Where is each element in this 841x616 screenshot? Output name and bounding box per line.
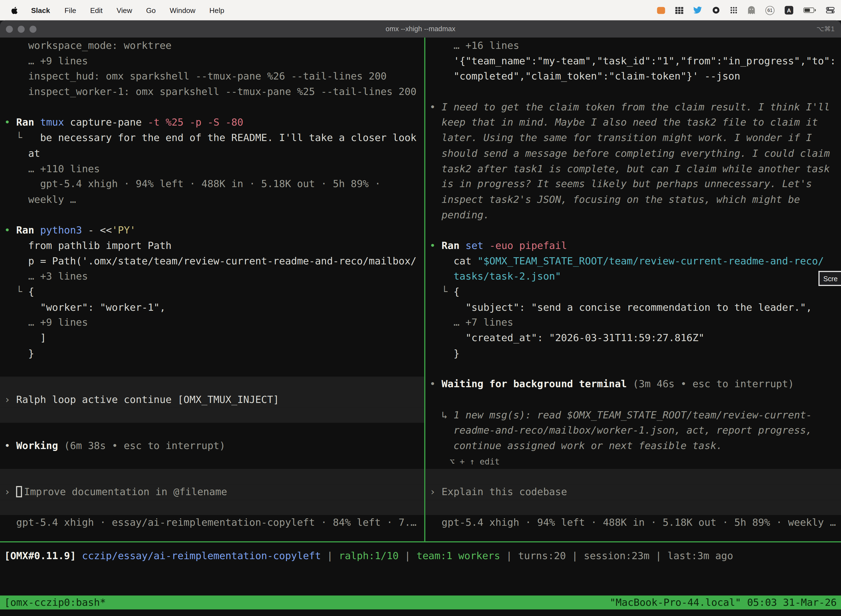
terminal-line	[0, 500, 424, 515]
terminal-line	[425, 469, 841, 484]
terminal-line: • Waiting for background terminal (3m 46…	[425, 377, 841, 392]
terminal-line: continue assigned work or next feasible …	[425, 438, 841, 454]
terminal-line: "completed","claim_token":"claim-token"}…	[425, 69, 841, 84]
terminal-line: ⌥ + ↑ edit	[425, 454, 841, 469]
tmux-status-bar: [omx-cczip0:bash* "MacBook-Pro-44.local"…	[0, 595, 841, 610]
terminal-line: workspace_mode: worktree	[0, 38, 424, 54]
prompt-input-line[interactable]: › Ralph loop active continue [OMX_TMUX_I…	[0, 392, 424, 408]
menu-file[interactable]: File	[64, 6, 76, 14]
terminal-line: … +16 lines	[425, 38, 841, 54]
terminal-pane-left[interactable]: workspace_mode: worktree … +9 lines insp…	[0, 38, 424, 541]
text-cursor	[16, 486, 22, 497]
terminal-line	[425, 392, 841, 408]
terminal-line	[0, 423, 424, 438]
control-center-icon[interactable]	[826, 7, 835, 13]
input-source-icon[interactable]: A	[785, 6, 793, 14]
terminal-line: • Working (6m 38s • esc to interrupt)	[0, 438, 424, 454]
dots-grid-icon[interactable]	[730, 6, 737, 14]
terminal-line: should send a message before completing …	[425, 146, 841, 161]
terminal-line: '{"team_name":"my-team","task_id":"1","f…	[425, 54, 841, 69]
terminal-line	[425, 361, 841, 377]
omx-status-line: [OMX#0.11.9] cczip/essay/ai-reimplementa…	[0, 546, 841, 566]
terminal-line: • Ran tmux capture-pane -t %25 -p -S -80	[0, 115, 424, 131]
apple-icon	[11, 6, 18, 15]
terminal-line: … +3 lines	[0, 269, 424, 284]
terminal-line	[0, 207, 424, 223]
terminal-line: "worker": "worker-1",	[0, 300, 424, 315]
terminal-line: task2 after task1 is complete, but can I…	[425, 161, 841, 177]
active-app-name[interactable]: Slack	[31, 6, 50, 14]
terminal-line: weekly …	[0, 192, 424, 208]
tmux-session-label: [omx-cczip0:bash*	[4, 595, 106, 610]
terminal-line	[0, 407, 424, 423]
terminal-line: "created_at": "2026-03-31T11:59:27.816Z"	[425, 331, 841, 346]
terminal-line: later. Using the same for transition mig…	[425, 131, 841, 146]
terminal-line: • Ran set -euo pipefail	[425, 238, 841, 254]
terminal-content: workspace_mode: worktree … +9 lines insp…	[0, 38, 841, 616]
terminal-line: "subject": "send a concise recommendatio…	[425, 300, 841, 315]
menu-help[interactable]: Help	[210, 6, 224, 14]
terminal-line: }	[425, 346, 841, 361]
terminal-line: keep that in mind. Maybe I also need the…	[425, 115, 841, 131]
tmux-host-time: "MacBook-Pro-44.local" 05:03 31-Mar-26	[610, 595, 837, 610]
terminal-line	[0, 100, 424, 115]
battery-icon[interactable]	[803, 7, 816, 13]
terminal-line: └ {	[0, 284, 424, 300]
ghost-icon[interactable]	[748, 6, 755, 14]
terminal-line: cat "$OMX_TEAM_STATE_ROOT/team/review-cu…	[425, 254, 841, 269]
terminal-line: p = Path('.omx/state/team/review-current…	[0, 254, 424, 269]
menu-go[interactable]: Go	[146, 6, 155, 14]
menubar-status-icons: 61 A	[657, 6, 834, 15]
terminal-line: is in progress? It seems likely but perh…	[425, 177, 841, 192]
terminal-pane-right[interactable]: … +16 lines '{"team_name":"my-team","tas…	[425, 38, 841, 541]
terminal-line: … +7 lines	[425, 315, 841, 331]
terminal-line: inspect_worker-1: omx sparkshell --tmux-…	[0, 84, 424, 100]
pane-bottom-border	[0, 541, 841, 542]
terminal-line	[0, 361, 424, 377]
terminal-line	[425, 84, 841, 100]
terminal-line: … +9 lines	[0, 54, 424, 69]
terminal-line: readme-and-reco/mailbox/worker-1.json, a…	[425, 423, 841, 438]
tmux-panes: workspace_mode: worktree … +9 lines insp…	[0, 38, 841, 541]
desktop-screen: Slack FileEditViewGoWindowHelp 61 A	[0, 0, 841, 616]
terminal-line: ]	[0, 331, 424, 346]
screen-recording-indicator[interactable]	[657, 7, 665, 13]
terminal-line: from pathlib import Path	[0, 238, 424, 254]
terminal-line: gpt-5.4 xhigh · essay/ai-reimplementatio…	[0, 515, 424, 531]
record-circle-icon[interactable]	[712, 6, 719, 14]
terminal-line: tasks/task-2.json"	[425, 269, 841, 284]
prompt-input-line[interactable]: › Explain this codebase	[425, 484, 841, 500]
terminal-line: └ be necessary for the end of the README…	[0, 131, 424, 146]
window-titlebar[interactable]: omx --xhigh --madmax ⌥⌘1	[0, 21, 841, 38]
terminal-line: … +110 lines	[0, 161, 424, 177]
terminal-line: └ {	[425, 284, 841, 300]
terminal-line: • I need to get the claim token from the…	[425, 100, 841, 115]
terminal-line: at	[0, 146, 424, 161]
bird-icon[interactable]	[693, 6, 702, 14]
terminal-line	[425, 500, 841, 515]
grid-icon[interactable]	[675, 7, 683, 13]
terminal-line	[0, 377, 424, 392]
menu-view[interactable]: View	[116, 6, 132, 14]
terminal-line: gpt-5.4 xhigh · 94% left · 488K in · 5.1…	[425, 515, 841, 531]
terminal-line: ↳ 1 new msg(s): read $OMX_TEAM_STATE_ROO…	[425, 407, 841, 423]
terminal-line: • Ran python3 - <<'PY'	[0, 223, 424, 238]
menu-edit[interactable]: Edit	[90, 6, 103, 14]
prompt-input-line[interactable]: › Improve documentation in @filename	[0, 484, 424, 500]
terminal-line: gpt-5.4 xhigh · 94% left · 488K in · 5.1…	[0, 177, 424, 192]
terminal-line: inspect task2's JSON, focusing on the st…	[425, 192, 841, 208]
menu-window[interactable]: Window	[170, 6, 195, 14]
battery-percent-badge[interactable]: 61	[765, 6, 775, 15]
terminal-window: omx --xhigh --madmax ⌥⌘1 workspace_mode:…	[0, 21, 841, 616]
terminal-line	[0, 469, 424, 484]
window-shortcut-hint: ⌥⌘1	[816, 21, 835, 38]
terminal-line	[425, 223, 841, 238]
terminal-line: }	[0, 346, 424, 361]
terminal-line	[0, 454, 424, 469]
apple-menu[interactable]	[11, 6, 18, 15]
clipped-overlay-window[interactable]: Scre	[818, 271, 841, 286]
terminal-line: pending.	[425, 207, 841, 223]
terminal-line: inspect_hud: omx sparkshell --tmux-pane …	[0, 69, 424, 84]
terminal-line: … +9 lines	[0, 315, 424, 331]
menubar-menus: FileEditViewGoWindowHelp	[58, 6, 231, 14]
